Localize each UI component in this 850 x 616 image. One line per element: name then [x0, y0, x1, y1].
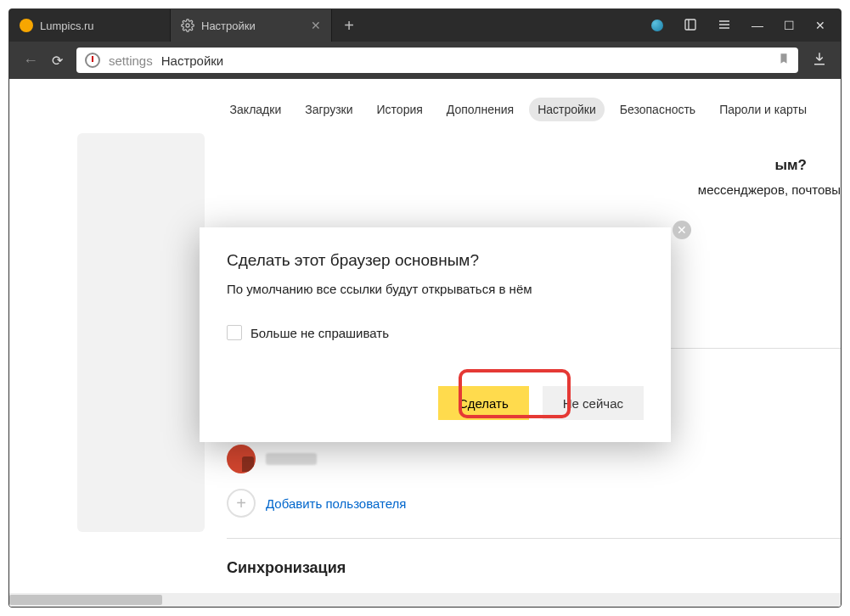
gear-icon: [181, 19, 194, 32]
sidebar-icon[interactable]: [684, 18, 697, 34]
favicon-icon: [20, 19, 33, 32]
yandex-icon: [85, 53, 100, 68]
tab-bar: Lumpics.ru Настройки ✕ + — ☐ ✕: [9, 9, 841, 42]
nav-passwords[interactable]: Пароли и карты: [711, 98, 815, 121]
address-bar-row: ← ⟳ settings Настройки: [9, 42, 841, 79]
add-user-row[interactable]: + Добавить пользователя: [227, 489, 841, 518]
notification-icon[interactable]: [651, 20, 663, 31]
maximize-button[interactable]: ☐: [784, 19, 795, 32]
partial-heading: ым?: [775, 157, 807, 174]
tab-settings[interactable]: Настройки ✕: [171, 9, 332, 42]
nav-history[interactable]: История: [369, 98, 431, 121]
close-icon[interactable]: ✕: [311, 19, 321, 32]
configure-link[interactable]: Настроить: [327, 408, 389, 423]
user-row: Настроить Удалить: [227, 400, 841, 429]
add-user-link[interactable]: Добавить пользователя: [266, 496, 406, 511]
tab-lumpics[interactable]: Lumpics.ru: [9, 9, 171, 42]
tab-title: Настройки: [201, 20, 256, 32]
user-row: [227, 445, 841, 473]
tab-title: Lumpics.ru: [40, 20, 94, 32]
nav-addons[interactable]: Дополнения: [438, 98, 522, 121]
nav-security[interactable]: Безопасность: [611, 98, 704, 121]
main-sections: ым? мессенджеров, почтовы Пользователи Н…: [227, 133, 841, 591]
reload-icon[interactable]: ⟳: [52, 53, 63, 69]
divider: [227, 538, 841, 539]
avatar: [227, 445, 256, 473]
bookmark-icon[interactable]: [778, 52, 790, 69]
nav-downloads[interactable]: Загрузки: [296, 98, 361, 121]
sync-heading: Синхронизация: [227, 559, 841, 577]
address-bar[interactable]: settings Настройки: [76, 48, 798, 73]
window-controls: — ☐ ✕: [636, 9, 841, 42]
plus-icon: +: [227, 489, 256, 518]
back-icon[interactable]: ←: [23, 52, 38, 70]
addr-label: Настройки: [161, 53, 224, 68]
scrollbar-thumb[interactable]: [9, 595, 162, 605]
svg-rect-1: [685, 20, 695, 30]
nav-settings[interactable]: Настройки: [529, 98, 605, 121]
close-button[interactable]: ✕: [815, 19, 825, 32]
horizontal-scrollbar[interactable]: [9, 593, 841, 607]
nav-bookmarks[interactable]: Закладки: [222, 98, 290, 121]
download-icon[interactable]: [812, 51, 827, 70]
user-name: [266, 409, 317, 421]
divider: [227, 348, 841, 349]
partial-desc: мессенджеров, почтовы: [698, 182, 841, 197]
users-heading: Пользователи: [227, 369, 841, 387]
sidebar-placeholder: [77, 133, 205, 532]
delete-link[interactable]: Удалить: [399, 408, 448, 423]
user-name: [266, 453, 317, 465]
content-area: Закладки Загрузки История Дополнения Нас…: [9, 79, 841, 607]
addr-prefix: settings: [109, 53, 153, 68]
menu-icon[interactable]: [718, 18, 731, 34]
svg-point-0: [186, 24, 189, 27]
settings-nav: Закладки Загрузки История Дополнения Нас…: [9, 79, 841, 133]
avatar: [227, 400, 256, 429]
new-tab-button[interactable]: +: [332, 9, 366, 42]
minimize-button[interactable]: —: [751, 19, 763, 32]
